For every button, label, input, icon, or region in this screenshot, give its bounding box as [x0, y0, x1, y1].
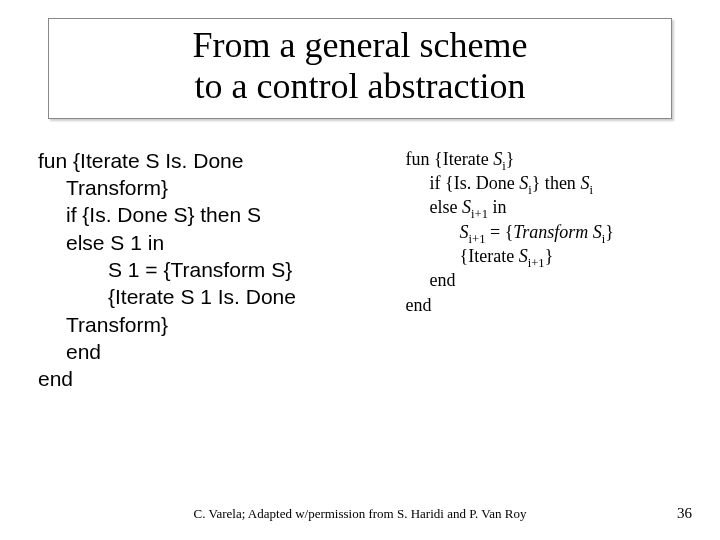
code-line: fun {Iterate S Is. Done [38, 147, 386, 174]
right-code-block: fun {Iterate Si} if {Is. Done Si} then S… [406, 147, 690, 393]
code-line: if {Is. Done S} then S [38, 201, 386, 228]
code-line: Transform} [38, 311, 386, 338]
title-line-2: to a control abstraction [195, 66, 526, 106]
left-code-block: fun {Iterate S Is. Done Transform} if {I… [38, 147, 386, 393]
code-line: else S 1 in [38, 229, 386, 256]
footer-credit: C. Varela; Adapted w/permission from S. … [0, 506, 720, 522]
code-line: if {Is. Done Si} then Si [406, 171, 690, 195]
code-line: S 1 = {Transform S} [38, 256, 386, 283]
code-line: {Iterate Si+1} [406, 244, 690, 268]
title-line-1: From a general scheme [193, 25, 528, 65]
slide-title: From a general scheme to a control abstr… [59, 25, 661, 108]
code-line: end [406, 293, 690, 317]
code-line: Transform} [38, 174, 386, 201]
code-line: else Si+1 in [406, 195, 690, 219]
code-line: end [38, 365, 386, 392]
code-line: end [38, 338, 386, 365]
content-columns: fun {Iterate S Is. Done Transform} if {I… [0, 147, 720, 393]
code-line: fun {Iterate Si} [406, 147, 690, 171]
code-line: {Iterate S 1 Is. Done [38, 283, 386, 310]
title-box: From a general scheme to a control abstr… [48, 18, 672, 119]
page-number: 36 [677, 505, 692, 522]
code-line: end [406, 268, 690, 292]
code-line: Si+1 = {Transform Si} [406, 220, 690, 244]
footer: C. Varela; Adapted w/permission from S. … [0, 506, 720, 522]
